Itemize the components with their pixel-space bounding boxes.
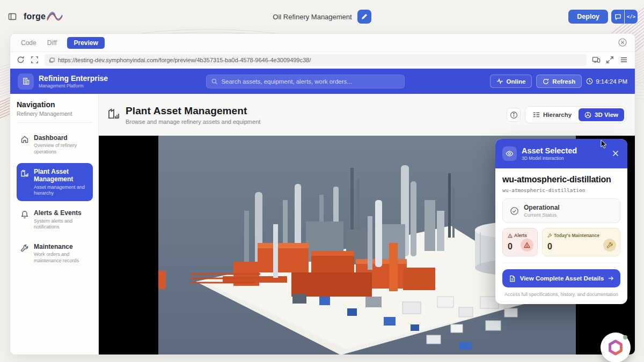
fullscreen-icon[interactable]	[606, 56, 614, 64]
deploy-button[interactable]: Deploy	[568, 10, 608, 24]
wrench-icon	[20, 243, 30, 264]
close-preview-icon[interactable]	[618, 38, 627, 47]
info-icon	[510, 111, 518, 119]
asset-name: wu-atmospheric-distillation	[502, 175, 620, 184]
edit-title-button[interactable]	[357, 10, 371, 24]
list-icon	[533, 112, 540, 118]
tab-preview[interactable]: Preview	[67, 37, 104, 49]
status-sublabel: Current Status	[524, 212, 560, 218]
view-asset-details-button[interactable]: View Complete Asset Details	[502, 269, 620, 287]
asset-panel-title: Asset Selected	[522, 146, 577, 155]
status-card: Operational Current Status	[502, 198, 620, 223]
tab-code[interactable]: Code	[21, 39, 36, 47]
url-input[interactable]: https://testing-dev.symphonyindai.com/fo…	[45, 54, 587, 66]
pencil-icon	[361, 13, 368, 20]
bell-icon	[20, 209, 30, 230]
asset-panel-subtitle: 3D Model Interaction	[522, 156, 577, 161]
app-title: Refining Enterprise	[39, 74, 108, 83]
code-icon: </>	[627, 14, 635, 19]
window-icon	[49, 57, 55, 63]
sidebar-item-alerts-events[interactable]: Alerts & Events System alerts and notifi…	[17, 204, 93, 235]
sidebar-item-maintenance[interactable]: Maintenance Work orders and maintenance …	[17, 238, 93, 269]
alerts-stat-card: Alerts 0	[502, 228, 538, 256]
responsive-devices-icon[interactable]	[592, 56, 601, 64]
arrow-right-icon	[608, 276, 614, 281]
alert-badge-icon	[521, 239, 533, 252]
search-icon	[211, 78, 217, 85]
hierarchy-view-button[interactable]: Hierarchy	[527, 108, 577, 121]
chat-button[interactable]	[611, 10, 624, 24]
global-search[interactable]	[206, 75, 405, 88]
eye-icon	[502, 146, 517, 161]
alert-triangle-icon	[508, 233, 513, 238]
asset-selected-panel: Asset Selected 3D Model Interaction wu-a…	[495, 139, 627, 304]
online-status-badge[interactable]: Online	[490, 75, 532, 88]
browser-url-bar: https://testing-dev.symphonyindai.com/fo…	[10, 51, 635, 69]
code-button[interactable]: </>	[625, 10, 638, 24]
factory-chart-icon	[107, 105, 120, 120]
preview-frame: Code Diff Preview https://testing-dev.sy…	[10, 33, 635, 355]
asset-chart-icon	[20, 168, 30, 196]
sidebar-toggle-icon[interactable]	[6, 11, 18, 23]
close-panel-icon[interactable]	[612, 150, 620, 158]
forge-topbar: forge Oil Refinery Management Deploy </>	[0, 8, 644, 26]
chat-bubble-icon	[614, 13, 621, 20]
3d-cube-icon	[584, 112, 591, 119]
menu-icon[interactable]	[620, 56, 628, 64]
sidebar-item-dashboard[interactable]: Dashboard Overview of refinery operation…	[17, 129, 93, 160]
maintenance-stat-card: Today's Maintenance 0	[542, 228, 620, 256]
clock-time: 9:14:24 PM	[586, 78, 627, 85]
check-circle-icon	[510, 206, 519, 216]
project-title: Oil Refinery Management	[273, 13, 352, 21]
app-sidebar: Navigation Refinery Management Dashboard…	[10, 94, 99, 354]
forge-logo-text: forge	[24, 12, 46, 21]
select-region-icon[interactable]	[31, 56, 39, 64]
building-icon	[18, 73, 34, 90]
clock-icon	[586, 78, 593, 85]
page-header: Plant Asset Management Browse and manage…	[99, 94, 635, 136]
asset-code: wu-atmospheric-distillation	[502, 187, 620, 193]
refresh-button[interactable]: Refresh	[536, 75, 582, 88]
sidebar-item-plant-asset-management[interactable]: Plant Asset Management Asset management …	[17, 163, 93, 201]
status-label: Operational	[524, 204, 560, 211]
search-input[interactable]	[221, 78, 399, 85]
3d-view-button[interactable]: 3D View	[579, 108, 624, 121]
editor-tabbar: Code Diff Preview	[10, 34, 635, 51]
url-text: https://testing-dev.symphonyindai.com/fo…	[58, 57, 311, 63]
nav-heading: Navigation	[17, 100, 93, 109]
tab-diff[interactable]: Diff	[47, 39, 57, 47]
forge-logo: forge	[24, 11, 63, 23]
wrench-badge-icon	[603, 239, 616, 252]
mouse-cursor	[601, 139, 608, 149]
pulse-icon	[496, 78, 503, 84]
wrench-small-icon	[547, 233, 552, 238]
nav-subheading: Refinery Management	[17, 110, 93, 123]
assistant-widget-button[interactable]	[601, 333, 631, 362]
app-header: Refining Enterprise Management Platform …	[10, 69, 635, 94]
view-mode-segmented-control: Hierarchy 3D View	[525, 106, 626, 123]
hexagon-logo-icon	[607, 339, 624, 356]
reload-icon[interactable]	[17, 56, 25, 64]
home-icon	[20, 134, 30, 155]
desktop: { "topbar": { "logo": "forge", "project_…	[0, 0, 644, 362]
page-title: Plant Asset Management	[126, 105, 260, 117]
refresh-icon	[543, 78, 549, 85]
online-dot	[623, 335, 627, 339]
forge-logo-wave-icon	[47, 11, 63, 23]
app-subtitle: Management Platform	[39, 83, 108, 88]
info-button[interactable]	[507, 108, 521, 122]
document-icon	[509, 275, 516, 282]
cta-caption: Access full specifications, history, and…	[502, 292, 620, 297]
page-subtitle: Browse and manage refinery assets and eq…	[126, 119, 260, 125]
